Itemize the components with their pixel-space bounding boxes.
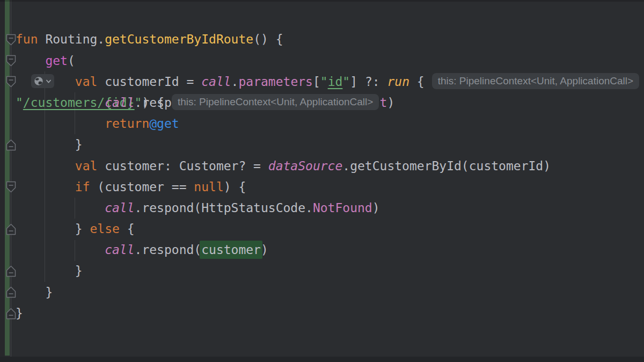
code-token: (customer ==: [90, 180, 194, 194]
code-token: dataSource: [268, 159, 342, 173]
code-token: {: [409, 75, 425, 89]
code-token: getCustomerByIdRoute: [105, 32, 253, 46]
code-token: return: [105, 117, 149, 131]
code-line[interactable]: }: [16, 134, 639, 155]
highlighted-identifier: customer: [200, 241, 262, 259]
code-line[interactable]: return@get: [16, 113, 639, 134]
code-token: get: [45, 54, 68, 68]
fold-end-icon[interactable]: [6, 308, 16, 320]
fold-end-icon[interactable]: [6, 265, 16, 277]
code-line[interactable]: call.respond(HttpStatusCode.NotFound): [16, 198, 639, 219]
code-line[interactable]: val customer: Customer? = dataSource.get…: [16, 156, 639, 177]
code-token: [16, 117, 105, 131]
code-token: [16, 159, 75, 173]
fold-end-icon[interactable]: [6, 286, 16, 298]
code-token: }: [16, 222, 90, 236]
code-line[interactable]: fun Routing.getCustomerByIdRoute() {: [16, 29, 639, 50]
code-token: val: [75, 159, 98, 173]
code-token: call: [105, 201, 134, 215]
code-token: [16, 201, 105, 215]
url-link[interactable]: id: [328, 75, 343, 89]
code-token: .getCustomerById(customerId): [342, 159, 551, 173]
code-token: if: [75, 180, 90, 194]
inlay-hint[interactable]: this: PipelineContext<Unit, ApplicationC…: [432, 73, 639, 89]
code-token: NotFound: [313, 201, 372, 215]
code-token: @get: [149, 117, 179, 131]
window-edge: [0, 0, 5, 362]
code-line[interactable]: }: [16, 282, 639, 303]
code-line[interactable]: if (customer == null) {: [16, 177, 639, 198]
code-token: {: [120, 222, 135, 236]
fold-collapse-icon[interactable]: [6, 181, 16, 193]
vcs-added-change-bar[interactable]: [5, 0, 10, 356]
code-token: (: [68, 54, 75, 68]
code-token: }: [16, 264, 83, 278]
chevron-down-icon: [45, 78, 52, 85]
code-token: Routing.: [45, 32, 105, 46]
window-top-edge: [0, 0, 644, 2]
code-token: }: [16, 137, 83, 151]
endpoint-globe-widget[interactable]: [31, 74, 54, 88]
code-token: [16, 180, 75, 194]
code-token: [: [313, 75, 320, 89]
code-token: customer: Customer? =: [97, 159, 268, 173]
code-token: ) {: [224, 180, 246, 194]
code-token: ] ?:: [350, 75, 387, 89]
fold-end-icon[interactable]: [6, 139, 16, 151]
code-line[interactable]: get( "/customers/{id}") {this: PipelineC…: [16, 50, 639, 71]
gutter-separator: [11, 0, 11, 357]
code-token: [16, 243, 105, 257]
fold-collapse-icon[interactable]: [6, 34, 16, 46]
code-token: null: [194, 180, 223, 194]
code-token: val: [75, 75, 98, 89]
fold-collapse-icon[interactable]: [6, 76, 16, 88]
code-line[interactable]: } else {: [16, 219, 639, 240]
code-token: .: [231, 75, 239, 89]
code-token: parameters: [238, 75, 312, 89]
code-token: ": [320, 75, 328, 89]
code-token: ): [372, 201, 380, 215]
code-line[interactable]: }: [16, 260, 639, 281]
code-token: .respond(HttpStatusCode.: [135, 201, 313, 215]
code-line[interactable]: val customerId = call.parameters["id"] ?…: [16, 71, 639, 92]
inlay-hint[interactable]: this: PipelineContext<Unit, ApplicationC…: [172, 94, 379, 110]
code-line[interactable]: }: [16, 303, 639, 324]
code-token: [16, 54, 45, 68]
code-token: run: [387, 75, 409, 89]
bottom-panel-edge: [0, 357, 644, 362]
code-token: ": [342, 75, 350, 89]
code-token: () {: [253, 32, 283, 46]
code-token: else: [90, 222, 119, 236]
ide-editor: fun Routing.getCustomerByIdRoute() { get…: [0, 0, 644, 362]
fold-end-icon[interactable]: [6, 223, 16, 235]
code-token: fun: [16, 32, 45, 46]
globe-icon: [33, 76, 44, 86]
code-token: customerId =: [97, 75, 201, 89]
code-token: }: [16, 306, 23, 320]
code-token: call: [201, 75, 231, 89]
code-area[interactable]: fun Routing.getCustomerByIdRoute() { get…: [16, 29, 639, 324]
code-line[interactable]: call.respond(customer): [16, 240, 639, 260]
fold-collapse-icon[interactable]: [6, 55, 16, 67]
code-token: ): [387, 96, 394, 110]
code-token: ): [261, 243, 268, 257]
code-token: call: [105, 243, 134, 257]
code-token: call: [105, 96, 134, 110]
code-token: .respond(: [135, 243, 202, 257]
code-token: }: [16, 285, 53, 299]
code-token: [16, 96, 105, 110]
